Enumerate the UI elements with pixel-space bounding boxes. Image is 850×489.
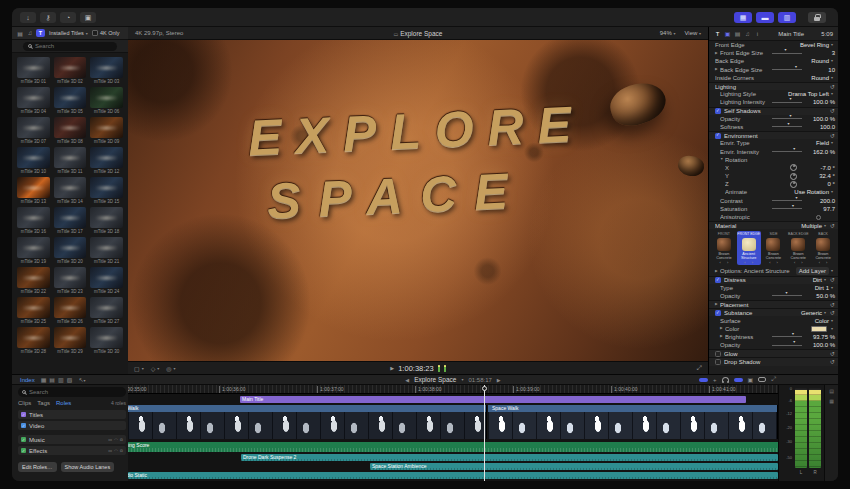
timeline-clip-audio[interactable]: Space Station Ambience (370, 463, 778, 470)
slider-thumb[interactable]: ▼ (789, 115, 792, 119)
role-row-titles[interactable]: ✓Titles (18, 410, 126, 419)
role-checkbox[interactable]: ✓ (21, 412, 26, 417)
tab-clips[interactable]: Clips (18, 400, 31, 406)
browser-thumbnail[interactable]: mTitle 3D 02 (54, 57, 87, 84)
background-tasks-button[interactable]: ◔ (60, 12, 76, 23)
step-right-icon[interactable]: › (727, 261, 728, 265)
timeline-display-button-2[interactable]: ▥ (58, 377, 64, 383)
snapping-toggle[interactable] (734, 378, 743, 382)
material-stepper[interactable]: ‹› (744, 261, 753, 265)
slider-thumb[interactable]: ▼ (785, 292, 788, 296)
reset-icon[interactable]: ↺ (828, 84, 835, 90)
material-slot-front[interactable]: FRONTBrown Concrete‹› (712, 231, 736, 265)
lane-icon[interactable]: ▭ (108, 437, 112, 442)
role-row-video[interactable]: ✓Video (18, 421, 126, 430)
slider-thumb[interactable]: ▼ (794, 66, 797, 70)
role-checkbox[interactable]: ✓ (21, 423, 26, 428)
lighting-style-value[interactable]: Drama Top Left (788, 91, 829, 97)
step-left-icon[interactable]: ‹ (720, 261, 721, 265)
timeline-ruler[interactable]: 1:00:35:001:00:36:001:00:37:001:00:38:00… (128, 385, 778, 394)
role-row-effects[interactable]: ✓Effects▭◠⊙ (18, 446, 126, 455)
wave-icon[interactable]: ◠ (114, 437, 118, 442)
playhead[interactable] (484, 385, 485, 481)
step-left-icon[interactable]: ‹ (769, 261, 770, 265)
reset-icon[interactable]: ↺ (828, 310, 835, 316)
extensions-icon[interactable]: ▣ (748, 376, 754, 383)
browser-thumbnail[interactable]: mTitle 3D 09 (90, 117, 123, 144)
meter-toggle-icon[interactable]: ▤ (829, 388, 834, 394)
browser-thumbnail[interactable]: mTitle 3D 26 (54, 297, 87, 324)
timeline-clip-music[interactable]: Opening Score (128, 442, 778, 452)
material-slot-side[interactable]: SIDEBrown Concrete‹› (762, 231, 786, 265)
reset-icon[interactable]: ↺ (828, 359, 835, 365)
browser-thumbnail[interactable]: mTitle 3D 19 (17, 237, 50, 264)
substance-value[interactable]: Generic (792, 310, 822, 316)
play-icon[interactable]: ▶ (390, 365, 394, 371)
role-checkbox[interactable]: ✓ (21, 448, 26, 453)
color-swatch[interactable] (811, 326, 827, 332)
z-value[interactable]: 0 ° (805, 181, 835, 187)
browser-thumbnail[interactable]: mTitle 3D 05 (54, 87, 87, 114)
photos-audio-icon[interactable]: ♫ (26, 30, 34, 36)
browser-thumbnail[interactable]: mTitle 3D 27 (90, 297, 123, 324)
fullscreen-icon[interactable]: ⤢ (697, 364, 702, 372)
timeline-clip-video[interactable]: Space Walk (488, 405, 778, 439)
browser-thumbnail[interactable]: mTitle 3D 30 (90, 327, 123, 354)
brightness-slider[interactable]: ▼ (772, 336, 802, 337)
tab-title-icon[interactable]: T (714, 31, 721, 37)
substance-checkbox[interactable]: ✓ (715, 310, 721, 316)
timeline-clip-audio[interactable]: Drone Dark Suspense 2 (241, 454, 778, 461)
surface-value[interactable]: Color (799, 318, 829, 324)
browser-thumbnail[interactable]: mTitle 3D 10 (17, 147, 50, 174)
browser-thumbnail[interactable]: mTitle 3D 15 (90, 177, 123, 204)
drop-shadow-checkbox[interactable] (715, 359, 721, 365)
softness-slider[interactable]: ▼ (772, 126, 802, 127)
browser-thumbnail[interactable]: mTitle 3D 13 (17, 177, 50, 204)
material-slot-back-edge[interactable]: BACK EDGEBrown Concrete‹› (786, 231, 810, 265)
animate-value[interactable]: Use Rotation (794, 189, 829, 195)
skimming-toggle[interactable] (699, 378, 708, 382)
browser-thumbnail[interactable]: mTitle 3D 16 (17, 207, 50, 234)
slider-thumb[interactable]: ▼ (787, 123, 790, 127)
browser-thumbnail[interactable]: mTitle 3D 29 (54, 327, 87, 354)
timeline-expand-icon[interactable]: ⤢ (771, 376, 776, 383)
anisotropic-checkbox[interactable] (816, 215, 821, 220)
options-ancient-structure-value[interactable]: Add Layer (796, 267, 829, 275)
browser-thumbnail[interactable]: mTitle 3D 22 (17, 267, 50, 294)
reset-icon[interactable]: ↺ (828, 351, 835, 357)
browser-thumbnail[interactable]: mTitle 3D 23 (54, 267, 87, 294)
lane-icon[interactable]: ▭ (108, 448, 112, 453)
lighting-intensity-slider[interactable]: ▼ (772, 102, 802, 103)
step-right-icon[interactable]: › (752, 261, 753, 265)
browser-thumbnail[interactable]: mTitle 3D 11 (54, 147, 87, 174)
envir-intensity-slider[interactable]: ▼ (772, 151, 802, 152)
titles-generators-icon[interactable]: T (36, 29, 45, 37)
glow-checkbox[interactable] (715, 351, 721, 357)
index-button[interactable]: Index (20, 377, 35, 383)
material-stepper[interactable]: ‹› (819, 261, 828, 265)
opacity-slider[interactable]: ▼ (772, 295, 802, 296)
reset-icon[interactable]: ↺ (828, 108, 835, 114)
library-popup[interactable]: Installed Titles (49, 30, 84, 36)
material-stepper[interactable]: ‹› (720, 261, 729, 265)
front-edge-size-slider[interactable]: ▼ (772, 53, 802, 54)
timeline-toggle-button[interactable]: ▬ (756, 12, 774, 23)
slider-thumb[interactable]: ▼ (791, 333, 794, 337)
slider-thumb[interactable]: ▼ (795, 197, 798, 201)
focus-icon[interactable]: ⊙ (120, 437, 123, 442)
reset-icon[interactable]: ↺ (828, 133, 835, 139)
front-edge-value[interactable]: Bevel Ring (799, 42, 829, 48)
button-edit-roles[interactable]: Edit Roles… (18, 462, 57, 472)
timeline-clip-audio[interactable]: Radio Static (128, 472, 778, 479)
audio-meters[interactable]: 0-6-12-20-30-50 LR (778, 385, 824, 481)
tab-audio-icon[interactable]: ♫ (744, 31, 751, 37)
distress-checkbox[interactable]: ✓ (715, 277, 721, 283)
inspector-toggle-button[interactable]: ▥ (778, 12, 796, 23)
y-dial[interactable] (790, 173, 797, 180)
material-slot-back[interactable]: BACKBrown Concrete‹› (811, 231, 835, 265)
step-left-icon[interactable]: ‹ (744, 261, 745, 265)
crosshair-icon[interactable]: + (713, 377, 717, 383)
material-value[interactable]: Multiple (792, 223, 822, 229)
browser-thumbnail[interactable]: mTitle 3D 17 (54, 207, 87, 234)
step-left-icon[interactable]: ‹ (794, 261, 795, 265)
